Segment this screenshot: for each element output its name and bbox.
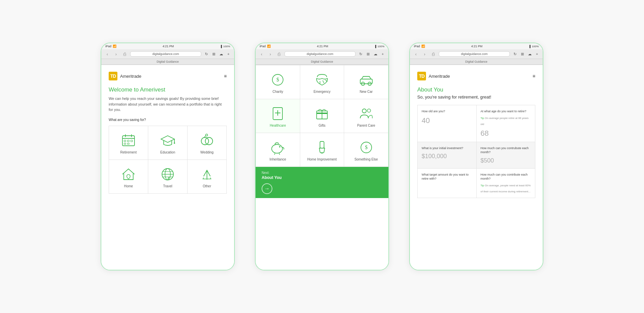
form-value-monthly[interactable]: $500 <box>481 157 531 164</box>
ipad3-signal-icon: ▐ <box>529 45 531 48</box>
ipad1-back-btn[interactable]: ‹ <box>104 51 111 57</box>
form-question-monthly: How much can you contrubute each month? <box>481 146 531 154</box>
svg-line-24 <box>323 80 324 83</box>
about-form-grid: How old are you? 40 At what age do you w… <box>417 105 535 198</box>
next-arrow-btn[interactable]: → <box>262 183 272 194</box>
ipad1-time: 4:21 PM <box>163 45 174 48</box>
savings-cell-home[interactable]: Home <box>109 160 148 193</box>
category-cell-inheritance[interactable]: Inheritance <box>256 133 300 167</box>
form-value-age[interactable]: 40 <box>422 116 472 125</box>
svg-rect-7 <box>124 143 126 144</box>
ipad2-forward-btn[interactable]: › <box>267 51 274 57</box>
svg-marker-9 <box>161 136 174 142</box>
ipad3-forward-btn[interactable]: › <box>421 51 428 57</box>
ipad1-status-right: ▐ 100% <box>220 45 230 48</box>
form-tiptext-contribute: On average, people need at least 60% of … <box>481 184 531 193</box>
category-cell-emergency[interactable]: Emergency <box>300 65 344 99</box>
scene: iPad 📶 4:21 PM ▐ 100% ‹ › ⎙ digitalguida… <box>37 43 607 270</box>
ipad3-share-btn[interactable]: ⎙ <box>430 51 437 57</box>
ipad2-status-bar: iPad 📶 4:21 PM ▐ 100% <box>256 43 388 49</box>
ipad3-status-right: ▐ 100% <box>529 45 539 48</box>
ipad1-status-bar: iPad 📶 4:21 PM ▐ 100% <box>101 43 234 49</box>
category-cell-homeimprovement[interactable]: Home Improvement <box>300 133 344 167</box>
ipad3-cloud-icon[interactable]: ☁ <box>527 51 533 57</box>
ipad3-menu-icon[interactable]: ≡ <box>533 73 535 79</box>
form-tip-retireage: Tip <box>481 117 485 120</box>
category-cell-parentcare[interactable]: Parent Care <box>344 99 388 133</box>
form-question-age: How old are you? <box>422 109 472 114</box>
svg-rect-4 <box>124 140 126 142</box>
ipad2-address-bar[interactable]: digitalguidance.com <box>284 51 356 57</box>
ipad3-add-icon[interactable]: + <box>534 51 540 57</box>
ipad1-address-bar[interactable]: digitalguidance.com <box>130 51 201 57</box>
ipad1-welcome-desc: We can help you reach your savings goals… <box>109 96 227 113</box>
svg-point-14 <box>206 134 208 136</box>
about-title: About You <box>417 86 535 93</box>
ipad2-content: $ Charity Emergency <box>256 65 388 270</box>
mortarboard-icon <box>160 133 175 148</box>
form-question-target: What target amount do you want to retire… <box>422 173 472 181</box>
ipad2-top-bar: iPad 📶 4:21 PM ▐ 100% ‹ › ⎙ digitalguida… <box>256 43 388 65</box>
next-bar: Next: About You → <box>256 167 388 198</box>
emergency-icon <box>315 72 329 87</box>
ipad3-view-icon[interactable]: ⊞ <box>519 51 525 57</box>
ipad2-view-icon[interactable]: ⊞ <box>365 51 371 57</box>
form-tip-contribute: Tip <box>481 184 485 187</box>
ipad2-add-icon[interactable]: + <box>380 51 386 57</box>
ipad2-cloud-icon[interactable]: ☁ <box>372 51 378 57</box>
category-cell-newcar[interactable]: New Car <box>344 65 388 99</box>
svg-point-38 <box>279 146 280 147</box>
savings-cell-retirement[interactable]: Retirement <box>109 126 148 160</box>
savings-cell-wedding[interactable]: Wedding <box>187 126 226 160</box>
ipad3-refresh-icon[interactable]: ↻ <box>512 51 518 57</box>
ipad2-battery: 100% <box>378 45 384 48</box>
globe-icon <box>160 167 175 182</box>
svg-point-12 <box>201 137 209 145</box>
ipad2-device-label: iPad <box>260 45 266 48</box>
form-value-investment[interactable]: $100,000 <box>422 153 472 160</box>
ipad1-menu-icon[interactable]: ≡ <box>224 73 227 79</box>
form-value-retireage[interactable]: 68 <box>481 129 531 138</box>
savings-cell-travel[interactable]: Travel <box>148 160 187 193</box>
rings-icon <box>200 133 214 148</box>
ipad1-nav-bar: ‹ › ⎙ digitalguidance.com ↻ ⊞ ☁ + <box>101 49 234 59</box>
ipad1-forward-btn[interactable]: › <box>113 51 119 57</box>
about-subtitle: So, you're saving for retirement, great! <box>417 95 535 100</box>
svg-rect-6 <box>131 140 132 142</box>
savings-cell-other[interactable]: Other <box>187 160 226 193</box>
savings-label-home: Home <box>124 184 133 188</box>
ipad1-savings-label: What are you saving for? <box>109 118 227 122</box>
ipad1-refresh-icon[interactable]: ↻ <box>203 51 209 57</box>
ipad-2: iPad 📶 4:21 PM ▐ 100% ‹ › ⎙ digitalguida… <box>255 43 389 270</box>
ipad1-view-icon[interactable]: ⊞ <box>211 51 217 57</box>
ipad1-cloud-icon[interactable]: ☁ <box>218 51 224 57</box>
ipad2-nav-bar: ‹ › ⎙ digitalguidance.com ↻ ⊞ ☁ + <box>256 49 388 59</box>
ipad3-status-left: iPad 📶 <box>414 45 425 48</box>
ipad3-address-bar[interactable]: digitalguidance.com <box>439 51 510 57</box>
svg-line-39 <box>274 153 275 155</box>
ipad1-brand-logo: TD Ameritrade <box>109 72 142 80</box>
ipad-1: iPad 📶 4:21 PM ▐ 100% ‹ › ⎙ digitalguida… <box>101 43 235 270</box>
category-cell-gifts[interactable]: Gifts <box>300 99 344 133</box>
ipad2-refresh-icon[interactable]: ↻ <box>358 51 364 57</box>
ipad2-signal-icon: ▐ <box>374 45 376 48</box>
next-label: Next: <box>262 171 382 175</box>
ipad1-brand-header: TD Ameritrade ≡ <box>109 72 227 80</box>
ipad3-td-box: TD <box>417 72 426 80</box>
category-cell-somethingelse[interactable]: $ Something Else <box>344 133 388 167</box>
healthcare-icon <box>270 106 285 121</box>
category-cell-healthcare[interactable]: Healthcare <box>256 99 300 133</box>
savings-cell-education[interactable]: Education <box>148 126 187 160</box>
ipad2-share-btn[interactable]: ⎙ <box>276 51 282 57</box>
svg-text:$: $ <box>276 77 279 82</box>
ipad2-back-btn[interactable]: ‹ <box>258 51 265 57</box>
category-cell-charity[interactable]: $ Charity <box>256 65 300 99</box>
ipad1-tab-bar: Digital Guidance <box>101 59 234 65</box>
ipad1-add-icon[interactable]: + <box>225 51 231 57</box>
ipad3-back-btn[interactable]: ‹ <box>413 51 419 57</box>
form-question-retireage: At what age do you want to retire? <box>481 109 531 114</box>
ipad2-wifi-icon: 📶 <box>267 45 271 48</box>
ipad1-share-btn[interactable]: ⎙ <box>121 51 128 57</box>
form-question-investment: What is your initial investment? <box>422 146 472 150</box>
ipad3-time: 4:21 PM <box>471 45 483 48</box>
